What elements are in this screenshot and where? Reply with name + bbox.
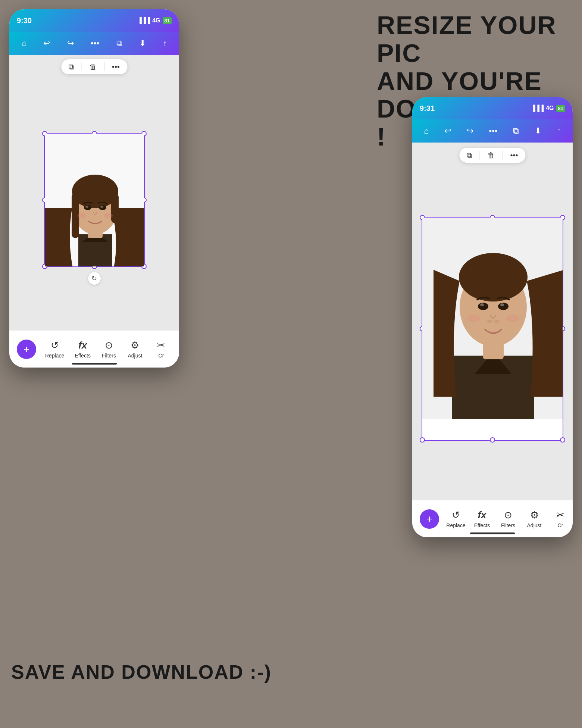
replace-btn-right[interactable]: ↺ Replace [443, 506, 469, 531]
svg-point-27 [506, 315, 519, 322]
signal-bars-right: ▐▐▐ [531, 105, 544, 112]
float-more-icon-right[interactable]: ••• [510, 151, 518, 160]
replace-label-right: Replace [446, 522, 465, 528]
toolbar-right: ⌂ ↩ ↪ ••• ⧉ ⬇ ↑ [412, 119, 573, 143]
rotate-handle-left[interactable]: ↻ [88, 272, 101, 285]
adjust-btn-right[interactable]: ⚙ Adjust [521, 506, 547, 531]
phone-right: 9:31 ▐▐▐ 4G 81 ⌂ ↩ ↪ ••• ⧉ ⬇ ↑ ⧉ 🗑 [412, 97, 573, 537]
battery-left: 81 [163, 17, 172, 24]
copy-icon-right[interactable]: ⧉ [510, 123, 522, 139]
svg-point-13 [104, 213, 113, 218]
effects-icon-right: fx [478, 509, 486, 521]
filters-btn-left[interactable]: ⊙ Filters [96, 337, 122, 362]
filters-label-right: Filters [501, 522, 515, 528]
bottom-text: SAVE AND DOWNLOAD :-) [11, 661, 272, 683]
float-copy-icon-left[interactable]: ⧉ [69, 63, 74, 71]
battery-right: 81 [556, 105, 565, 112]
canvas-right: ⧉ 🗑 ••• [412, 143, 573, 500]
float-delete-icon-left[interactable]: 🗑 [89, 63, 97, 71]
share-icon-right[interactable]: ↑ [554, 123, 564, 139]
home-indicator-right [470, 532, 515, 534]
svg-point-10 [85, 206, 88, 208]
svg-point-19 [459, 253, 528, 301]
float-toolbar-left: ⧉ 🗑 ••• [61, 59, 127, 74]
float-copy-icon-right[interactable]: ⧉ [467, 151, 472, 160]
crop-btn-right[interactable]: ✂ Cr [547, 506, 573, 531]
redo-icon-right[interactable]: ↪ [464, 123, 476, 139]
bottom-toolbar-right: + ↺ Replace fx Effects ⊙ Filters ⚙ Adjus… [412, 500, 573, 537]
svg-point-22 [480, 303, 484, 306]
crop-label-right: Cr [558, 522, 563, 528]
filters-icon-right: ⊙ [504, 509, 512, 521]
canvas-left: ⧉ 🗑 ••• [9, 55, 179, 330]
undo-icon-right[interactable]: ↩ [441, 123, 454, 139]
crop-btn-left[interactable]: ✂ Cr [148, 337, 174, 362]
signal-type-right: 4G [546, 105, 554, 112]
status-bar-right: 9:31 ▐▐▐ 4G 81 [412, 97, 573, 119]
svg-point-26 [467, 315, 481, 322]
effects-label-left: Effects [75, 353, 91, 359]
svg-point-12 [78, 213, 87, 218]
float-toolbar-right: ⧉ 🗑 ••• [459, 148, 525, 163]
add-button-right[interactable]: + [420, 509, 439, 529]
more-icon-left[interactable]: ••• [88, 35, 102, 51]
effects-icon-left: fx [78, 340, 87, 351]
float-delete-icon-right[interactable]: 🗑 [487, 151, 495, 160]
crop-label-left: Cr [159, 353, 164, 359]
replace-icon-left: ↺ [51, 340, 59, 351]
copy-icon-left[interactable]: ⧉ [113, 35, 125, 51]
adjust-label-left: Adjust [128, 353, 142, 359]
home-icon-left[interactable]: ⌂ [19, 35, 29, 51]
svg-point-23 [500, 303, 504, 306]
signal-bars-left: ▐▐▐ [137, 17, 150, 24]
svg-point-25 [494, 320, 500, 323]
crop-icon-left: ✂ [157, 340, 165, 351]
more-icon-right[interactable]: ••• [486, 123, 501, 139]
replace-btn-left[interactable]: ↺ Replace [40, 337, 69, 362]
selection-box-right[interactable] [422, 217, 563, 441]
adjust-btn-left[interactable]: ⚙ Adjust [122, 337, 148, 362]
float-more-icon-left[interactable]: ••• [112, 63, 120, 71]
undo-icon-left[interactable]: ↩ [40, 35, 53, 51]
status-bar-left: 9:30 ▐▐▐ 4G 81 [9, 9, 179, 32]
home-indicator-left [72, 363, 117, 365]
add-button-left[interactable]: + [17, 340, 36, 359]
adjust-icon-right: ⚙ [530, 509, 539, 521]
download-icon-left[interactable]: ⬇ [136, 35, 149, 51]
replace-label-left: Replace [45, 353, 64, 359]
adjust-label-right: Adjust [527, 522, 542, 528]
svg-point-11 [100, 206, 103, 208]
share-icon-left[interactable]: ↑ [160, 35, 170, 51]
home-icon-right[interactable]: ⌂ [421, 123, 432, 139]
filters-btn-right[interactable]: ⊙ Filters [495, 506, 521, 531]
person-svg-right [422, 218, 563, 419]
effects-btn-right[interactable]: fx Effects [469, 506, 495, 531]
replace-icon-right: ↺ [452, 509, 460, 521]
photo-left [45, 134, 144, 266]
filters-icon-left: ⊙ [105, 340, 113, 351]
svg-point-24 [487, 320, 492, 323]
time-right: 9:31 [420, 104, 435, 113]
effects-btn-left[interactable]: fx Effects [69, 337, 96, 362]
toolbar-left: ⌂ ↩ ↪ ••• ⧉ ⬇ ↑ [9, 32, 179, 55]
redo-icon-left[interactable]: ↪ [64, 35, 77, 51]
person-svg-left [45, 134, 144, 266]
selection-box-left[interactable]: ↻ [44, 133, 145, 267]
signal-type-left: 4G [152, 17, 160, 24]
bottom-toolbar-left: + ↺ Replace fx Effects ⊙ Filters ⚙ Adjus… [9, 330, 179, 368]
filters-label-left: Filters [102, 353, 116, 359]
time-left: 9:30 [17, 16, 32, 25]
adjust-icon-left: ⚙ [131, 340, 139, 351]
crop-icon-right: ✂ [556, 509, 564, 521]
phone-left: 9:30 ▐▐▐ 4G 81 ⌂ ↩ ↪ ••• ⧉ ⬇ ↑ ⧉ 🗑 [9, 9, 179, 368]
download-icon-right[interactable]: ⬇ [532, 123, 544, 139]
photo-right [422, 218, 563, 440]
effects-label-right: Effects [474, 522, 490, 528]
